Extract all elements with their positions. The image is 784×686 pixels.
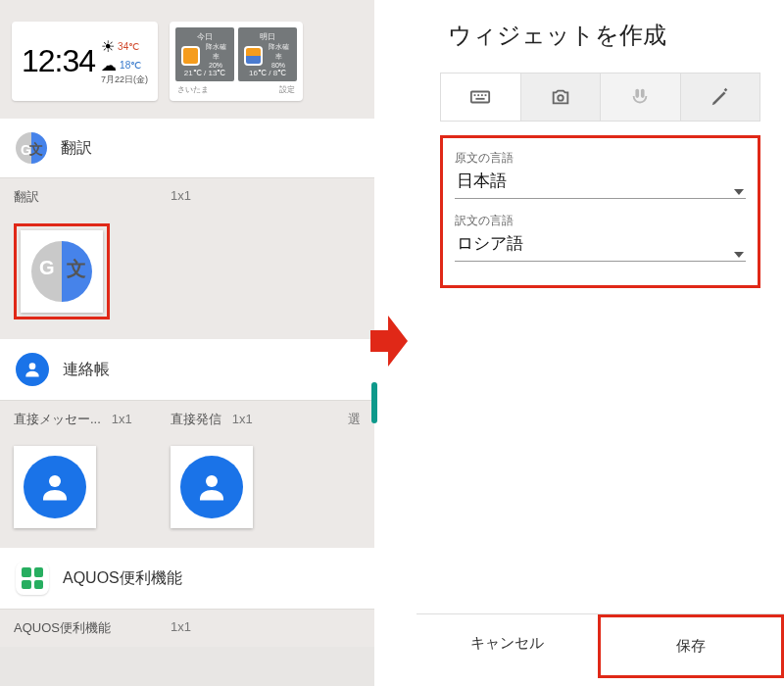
mic-icon [629,86,651,108]
widget-picker-screen: 12:34 ☀34℃ ☁18℃ 7月22日(金) 今日 降水確率20% 21℃ … [0,0,374,686]
chevron-down-icon [734,189,744,195]
svg-rect-5 [478,94,480,96]
weather-tomorrow: 明日 降水確率80% 16℃ / 8℃ [238,27,297,81]
svg-rect-7 [485,94,487,96]
svg-point-2 [206,475,218,487]
svg-rect-8 [476,98,485,100]
translate-app-header[interactable]: G文 翻訳 [0,119,374,178]
translate-icon: G文 [16,132,47,164]
svg-point-0 [29,363,36,369]
aquos-widget-row-header: AQUOS便利機能 1x1 [0,610,374,647]
target-language-label: 訳文の言語 [455,213,746,229]
translate-icon: G文 [31,241,92,302]
svg-rect-3 [471,92,489,103]
source-language-select[interactable]: 原文の言語 日本語 [455,146,746,209]
clock-time: 12:34 [22,43,95,79]
target-language-value: ロシア語 [455,229,746,262]
source-language-label: 原文の言語 [455,150,746,167]
clock-meta: ☀34℃ ☁18℃ 7月22日(金) [101,37,148,86]
cancel-button[interactable]: キャンセル [416,614,598,678]
direct-message-widget-1x1[interactable] [14,446,96,528]
svg-point-1 [49,475,61,487]
create-widget-screen: ウィジェットを作成 原文の言語 日本語 訳文の言語 ロシア語 [416,0,784,686]
tab-voice [601,74,681,121]
tab-camera[interactable] [521,74,602,121]
arrow-right-icon [388,316,408,367]
contacts-icon [24,456,86,518]
pen-icon [710,86,731,108]
dialog-footer: キャンセル 保存 [416,613,784,678]
sun-icon [181,46,200,66]
contacts-app-label: 連絡帳 [63,360,110,380]
translate-widget-1x1[interactable]: G文 [21,230,103,313]
weather-today: 今日 降水確率20% 21℃ / 13℃ [175,27,234,81]
keyboard-icon [469,86,491,108]
sun-rain-icon [244,46,263,66]
scrollbar-thumb[interactable] [371,382,377,423]
contacts-icon [16,353,49,386]
source-language-value: 日本語 [455,167,746,199]
aquos-app-header[interactable]: AQUOS便利機能 [0,548,374,610]
contacts-icon [180,456,243,518]
aquos-icon [16,562,49,595]
highlight-language-selectors: 原文の言語 日本語 訳文の言語 ロシア語 [440,135,760,288]
cloud-icon: ☁ [101,56,117,74]
contacts-widget-row-header: 直接メッセー... 1x1 直接発信 1x1 選 [0,401,374,438]
svg-rect-11 [641,89,645,98]
svg-point-9 [558,95,564,101]
contacts-app-header[interactable]: 連絡帳 [0,339,374,401]
svg-rect-10 [636,89,640,98]
translate-widget-row-header: 翻訳 1x1 [0,178,374,216]
highlight-translate-widget: G文 [14,223,110,319]
svg-rect-4 [474,94,476,96]
chevron-down-icon [734,252,744,258]
target-language-select[interactable]: 訳文の言語 ロシア語 [455,209,746,271]
camera-icon [550,86,571,108]
input-mode-tabs [440,73,760,122]
page-title: ウィジェットを作成 [440,20,760,51]
sun-icon: ☀ [101,37,115,56]
aquos-app-label: AQUOS便利機能 [63,568,182,589]
direct-call-widget-1x1[interactable] [171,446,253,528]
translate-app-label: 翻訳 [61,138,92,159]
annotation-arrow [374,314,421,368]
weather-widget[interactable]: 今日 降水確率20% 21℃ / 13℃ 明日 降水確率80% 16℃ / 8℃… [170,22,303,101]
save-button[interactable]: 保存 [598,614,785,678]
weather-settings[interactable]: 設定 [279,84,295,95]
top-widget-previews: 12:34 ☀34℃ ☁18℃ 7月22日(金) 今日 降水確率20% 21℃ … [0,0,374,119]
clock-date: 7月22日(金) [101,74,148,86]
clock-weather-widget[interactable]: 12:34 ☀34℃ ☁18℃ 7月22日(金) [12,22,158,101]
cutoff-text: 選 [348,411,361,428]
tab-handwrite[interactable] [681,74,760,121]
tab-keyboard[interactable] [441,74,521,121]
weather-location: さいたま [177,84,209,95]
svg-rect-6 [481,94,483,96]
